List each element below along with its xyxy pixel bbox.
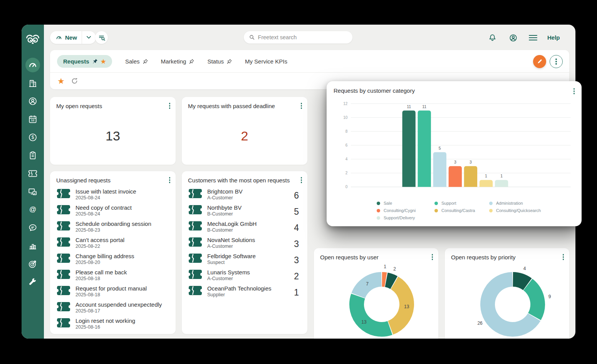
customer-list-item[interactable]: Northbyte BVB-Customer5 bbox=[188, 204, 301, 220]
customer-category: A-Customer bbox=[207, 244, 255, 249]
legend-label: Support bbox=[441, 201, 456, 205]
legend-label: Sale bbox=[384, 201, 392, 205]
customer-list-item[interactable]: NovaNet SolutionsA-Customer3 bbox=[188, 237, 301, 253]
at-sign-icon: @ bbox=[28, 205, 38, 215]
main-menu-button[interactable] bbox=[528, 33, 538, 42]
request-list-item[interactable]: Need copy of contract2025-08-24 bbox=[56, 204, 169, 220]
request-list-item[interactable]: Account suspended unexpectedly2025-08-17 bbox=[56, 301, 169, 317]
request-title: Can't access portal bbox=[75, 237, 124, 243]
request-list-item[interactable]: Issue with latest invoice2025-08-24 bbox=[56, 188, 169, 204]
tab-label: Requests bbox=[63, 58, 89, 65]
sidebar-item-contacts[interactable] bbox=[25, 94, 40, 109]
customer-category: A-Customer bbox=[207, 195, 243, 200]
legend-label: Administration bbox=[496, 201, 523, 205]
request-list-item[interactable]: Request for product manual2025-08-18 bbox=[56, 285, 169, 301]
svg-text:13: 13 bbox=[404, 304, 409, 309]
card-title: Unassigned requests bbox=[56, 177, 169, 184]
customer-name: Felbridge Software bbox=[207, 253, 256, 259]
refresh-icon[interactable] bbox=[71, 77, 78, 85]
svg-text:10: 10 bbox=[343, 115, 348, 120]
card-options-button[interactable] bbox=[563, 254, 564, 260]
card-options-button[interactable] bbox=[301, 103, 302, 109]
customer-name: NovaNet Solutions bbox=[207, 237, 255, 243]
request-title: Account suspended unexpectedly bbox=[75, 301, 162, 308]
request-list-item[interactable]: Login reset not working2025-08-16 bbox=[56, 317, 169, 334]
new-button[interactable]: New bbox=[50, 31, 96, 44]
card-options-button[interactable] bbox=[432, 254, 433, 260]
request-date: 2025-08-18 bbox=[75, 276, 127, 281]
svg-text:3: 3 bbox=[470, 160, 472, 164]
ticket-icon bbox=[189, 237, 202, 247]
favorite-dashboard-star[interactable]: ★ bbox=[57, 77, 65, 85]
request-list-item[interactable]: Can't access portal2025-08-22 bbox=[56, 237, 169, 253]
profile-button[interactable] bbox=[508, 33, 518, 42]
help-link[interactable]: Help bbox=[547, 34, 560, 41]
sidebar-item-calendar[interactable]: 12 bbox=[25, 112, 40, 127]
card-options-button[interactable] bbox=[301, 177, 302, 183]
sidebar-nav: 12 $ @ bbox=[25, 58, 40, 289]
legend-label: Consulting/Castra bbox=[441, 208, 475, 213]
sidebar-item-companies[interactable] bbox=[25, 76, 40, 90]
tab-my-service-kpis[interactable]: My Service KPIs bbox=[245, 58, 287, 65]
tab-sales[interactable]: Sales bbox=[125, 58, 148, 65]
svg-text:12: 12 bbox=[31, 119, 35, 122]
sidebar-item-chat[interactable] bbox=[25, 220, 40, 235]
sidebar-item-tools[interactable] bbox=[25, 275, 40, 289]
sidebar-item-devices[interactable] bbox=[25, 184, 40, 199]
customer-list-item[interactable]: Felbridge SoftwareSuspect3 bbox=[188, 253, 301, 269]
request-list-item[interactable]: Change billing address2025-08-20 bbox=[56, 253, 169, 269]
customer-list-item[interactable]: MechaLogik GmbHB-Customer4 bbox=[188, 220, 301, 237]
sidebar-item-requests[interactable] bbox=[25, 166, 40, 181]
legend-dot bbox=[489, 202, 493, 205]
favorite-star-icon: ★ bbox=[101, 58, 106, 64]
legend-entry: Sale bbox=[377, 201, 434, 205]
ticket-icon bbox=[57, 221, 70, 230]
card-options-button[interactable] bbox=[169, 103, 171, 109]
search-bar bbox=[244, 31, 352, 43]
notifications-button[interactable] bbox=[488, 33, 497, 42]
tab-status[interactable]: Status bbox=[207, 58, 232, 65]
sidebar-item-finance[interactable]: $ bbox=[25, 130, 40, 145]
tab-options-button[interactable] bbox=[550, 55, 563, 68]
search-input[interactable] bbox=[258, 34, 347, 40]
customer-category: A-Customer bbox=[207, 276, 250, 281]
tab-label: My Service KPIs bbox=[245, 58, 287, 65]
category-bar-chart: 024681012111153311 bbox=[334, 97, 575, 194]
request-list-item[interactable]: Please call me back2025-08-18 bbox=[56, 269, 169, 285]
card-options-button[interactable] bbox=[169, 177, 171, 183]
app-logo bbox=[22, 25, 44, 55]
sidebar-item-dashboard[interactable] bbox=[25, 58, 40, 72]
customer-list-item[interactable]: OceanPath TechnologiesSupplier1 bbox=[188, 285, 301, 301]
ticket-icon bbox=[57, 254, 70, 263]
gauge-icon bbox=[55, 34, 62, 41]
request-date: 2025-08-18 bbox=[75, 292, 147, 297]
new-dropdown-button[interactable] bbox=[82, 35, 96, 40]
new-button-label: New bbox=[65, 34, 77, 41]
customer-name: MechaLogik GmbH bbox=[207, 220, 257, 227]
priority-donut-chart: 4926 bbox=[451, 261, 575, 339]
sidebar-item-email[interactable]: @ bbox=[25, 202, 40, 217]
tab-marketing[interactable]: Marketing bbox=[161, 58, 195, 65]
sidebar-item-statistics[interactable] bbox=[25, 239, 40, 253]
sidebar-item-tasks[interactable] bbox=[25, 148, 40, 163]
bell-icon bbox=[488, 33, 497, 42]
sidebar-item-goals[interactable] bbox=[25, 257, 40, 271]
pin-outline-icon bbox=[143, 59, 148, 64]
request-list-item[interactable]: Schedule onboarding session2025-08-23 bbox=[56, 220, 169, 237]
card-title: Open requests by user bbox=[320, 254, 432, 260]
edit-dashboard-button[interactable] bbox=[533, 55, 546, 68]
ticket-icon bbox=[57, 237, 70, 247]
pin-outline-icon bbox=[189, 59, 194, 64]
clipboard-icon bbox=[28, 150, 38, 160]
card-options-button[interactable] bbox=[574, 88, 575, 94]
card-title: Requests by customer category bbox=[334, 87, 575, 94]
tab-requests[interactable]: Requests ★ bbox=[57, 55, 112, 68]
tab-label: Sales bbox=[125, 58, 140, 65]
customer-list-item[interactable]: Brightcom BVA-Customer6 bbox=[188, 188, 301, 204]
legend-dot bbox=[377, 202, 380, 205]
ticket-icon bbox=[57, 205, 70, 214]
building-icon bbox=[28, 78, 38, 88]
customer-list-item[interactable]: Lunaris SystemsA-Customer2 bbox=[188, 269, 301, 285]
saved-search-button[interactable] bbox=[95, 31, 108, 44]
request-date: 2025-08-20 bbox=[75, 260, 134, 265]
